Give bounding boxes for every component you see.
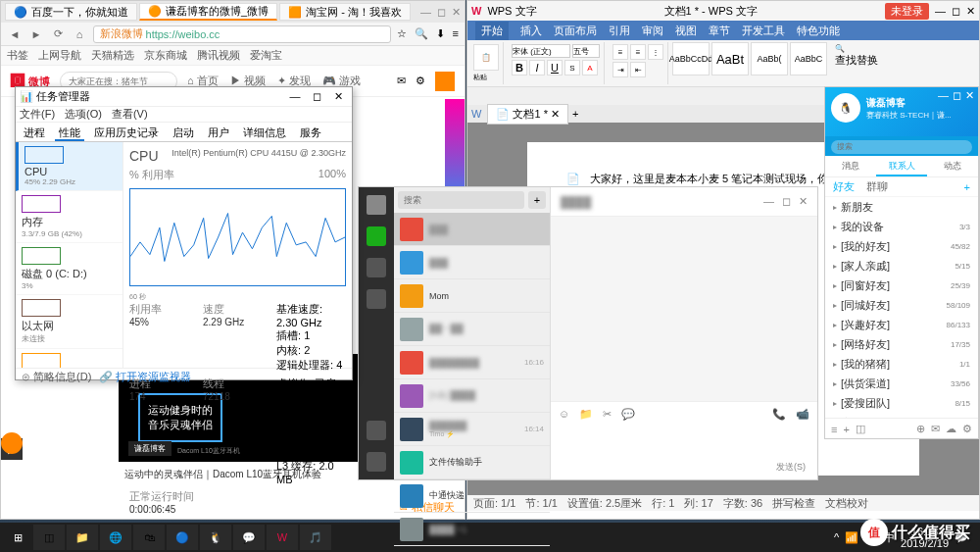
wechat-contact[interactable]: 中通快递 — [394, 479, 550, 513]
ribbon-tab-start[interactable]: 开始 — [475, 22, 509, 40]
qq-group-item[interactable]: [家人亲戚]5/15 — [825, 256, 978, 276]
qq-group-item[interactable]: [同窗好友]25/39 — [825, 276, 978, 295]
taskbar-store[interactable]: 🛍 — [133, 525, 165, 550]
video-icon[interactable]: 📹 — [796, 408, 809, 421]
history-icon[interactable]: 💬 — [621, 408, 635, 421]
ribbon-tab-section[interactable]: 章节 — [709, 24, 730, 38]
paste-button[interactable]: 📋 — [473, 44, 499, 71]
browser-tab-baidu[interactable]: 🔵百度一下，你就知道 — [5, 3, 137, 21]
reload-icon[interactable]: ⟳ — [50, 26, 66, 42]
qq-max-icon[interactable]: ◻ — [953, 89, 961, 102]
wps-max-icon[interactable]: ◻ — [952, 5, 960, 18]
wechat-contact[interactable]: ████ +1 — [394, 513, 550, 546]
qq-settings-icon[interactable]: ⚙ — [962, 423, 972, 435]
tm-sidebar-0cd[interactable]: 磁盘 0 (C: D:)3% — [16, 243, 122, 295]
ribbon-tab-view[interactable]: 视图 — [675, 24, 697, 38]
tray-network-icon[interactable]: 📶 — [845, 531, 858, 544]
tab-services[interactable]: 服务 — [296, 123, 325, 141]
tab-history[interactable]: 应用历史记录 — [90, 123, 163, 141]
send-button[interactable]: 发送(S) — [551, 455, 817, 479]
browser-tab-weibo[interactable]: 🟠谦磊博客的微博_微博 — [139, 3, 277, 21]
qq-search-input[interactable] — [831, 140, 972, 154]
tab-processes[interactable]: 进程 — [20, 123, 49, 141]
qq-close-icon[interactable]: ✕ — [965, 89, 974, 102]
chat-close-icon[interactable]: ✕ — [799, 195, 808, 208]
ribbon-tab-review[interactable]: 审阅 — [642, 24, 663, 38]
browser-max-icon[interactable]: ◻ — [437, 6, 446, 19]
align-left-button[interactable]: ≡ — [612, 44, 628, 60]
tab-users[interactable]: 用户 — [204, 123, 233, 141]
wechat-contact[interactable]: [3条] ████ — [394, 379, 550, 413]
wechat-contact[interactable]: ██████Timo ⚡16:14 — [394, 413, 550, 446]
wechat-search-input[interactable] — [398, 191, 524, 209]
wechat-contact[interactable]: ███ — [394, 213, 550, 246]
qq-group-item[interactable]: [同城好友]58/109 — [825, 295, 978, 315]
taskbar-wps[interactable]: W — [267, 525, 298, 550]
qq-tab-feeds[interactable]: 动态 — [927, 156, 978, 176]
color-button[interactable]: A — [582, 60, 598, 75]
phone-icon[interactable] — [367, 421, 386, 440]
back-icon[interactable]: ◄ — [7, 26, 23, 42]
doc-tab[interactable]: 📄 文档1 * ✕ — [487, 104, 568, 125]
ribbon-tab-layout[interactable]: 页面布局 — [554, 24, 597, 38]
tray-up-icon[interactable]: ^ — [834, 531, 839, 543]
ribbon-tab-insert[interactable]: 插入 — [520, 24, 542, 38]
wechat-contact[interactable]: ███ — [394, 246, 550, 279]
file-icon[interactable]: 📁 — [579, 408, 593, 421]
qq-tab-contacts[interactable]: 联系人 — [876, 156, 927, 176]
maximize-icon[interactable]: ◻ — [307, 90, 326, 103]
chat-max-icon[interactable]: ◻ — [782, 195, 791, 208]
weibo-float-button[interactable] — [1, 432, 23, 454]
qq-group-item[interactable]: [兴趣好友]86/133 — [825, 315, 978, 334]
align-center-button[interactable]: ≡ — [630, 44, 646, 60]
qq-mail-icon[interactable]: ✉ — [931, 423, 940, 435]
emoji-icon[interactable]: ☺ — [559, 408, 569, 420]
bookmark-item[interactable]: 书签 — [7, 48, 28, 63]
wps-titlebar[interactable]: WWPS 文字 文档1 * - WPS 文字 未登录 — ◻ ✕ — [467, 1, 979, 21]
taskbar-wechat[interactable]: 💬 — [233, 525, 265, 550]
taskmgr-titlebar[interactable]: 📊 任务管理器 — ◻ ✕ — [16, 87, 352, 107]
qq-avatar[interactable]: 🐧 — [831, 93, 860, 123]
tab-performance[interactable]: 性能 — [55, 123, 84, 141]
gear-icon[interactable]: ⚙ — [416, 75, 425, 87]
bookmark-item[interactable]: 爱淘宝 — [250, 48, 282, 63]
bookmark-item[interactable]: 京东商城 — [144, 48, 187, 63]
list-button[interactable]: ⋮ — [648, 44, 663, 60]
qq-group-item[interactable]: 我的设备3/3 — [825, 217, 978, 236]
add-chat-button[interactable]: + — [528, 191, 546, 209]
browser-min-icon[interactable]: — — [420, 6, 431, 19]
minimize-icon[interactable]: — — [285, 90, 305, 103]
subtab-friends[interactable]: 好友 — [833, 179, 855, 194]
bookmark-item[interactable]: 腾讯视频 — [197, 48, 240, 63]
bookmark-item[interactable]: 上网导航 — [38, 48, 81, 63]
settings-icon[interactable] — [367, 452, 386, 472]
wps-close-icon[interactable]: ✕ — [966, 5, 975, 18]
size-select[interactable] — [572, 44, 600, 58]
compose-button[interactable] — [435, 72, 455, 91]
qq-group-item[interactable]: [供货渠道]33/56 — [825, 374, 978, 393]
qq-group-item[interactable]: [网络好友]17/35 — [825, 334, 978, 354]
wechat-contact[interactable]: Mom — [394, 279, 550, 313]
start-button[interactable]: ⊞ — [4, 525, 31, 550]
call-icon[interactable]: 📞 — [772, 408, 786, 421]
tab-startup[interactable]: 启动 — [169, 123, 198, 141]
qq-qzone-icon[interactable]: ⊕ — [916, 423, 925, 435]
taskbar-edge[interactable]: 🌐 — [100, 525, 131, 550]
wps-min-icon[interactable]: — — [935, 5, 946, 17]
forward-icon[interactable]: ► — [28, 26, 44, 42]
chat-messages[interactable] — [551, 217, 817, 401]
qq-tab-messages[interactable]: 消息 — [825, 156, 876, 176]
menu-file[interactable]: 文件(F) — [20, 107, 55, 122]
taskview-button[interactable]: ◫ — [33, 525, 65, 550]
wechat-avatar[interactable] — [367, 195, 386, 215]
new-tab-button[interactable]: + — [572, 108, 578, 120]
qq-group-item[interactable]: [我的猪猪]1/1 — [825, 354, 978, 374]
menu-icon[interactable]: ≡ — [453, 27, 459, 40]
qq-group-item[interactable]: [爱搜团队]8/15 — [825, 393, 978, 413]
qq-add-icon[interactable]: + — [843, 424, 849, 435]
taskbar-qq[interactable]: 🐧 — [200, 525, 231, 550]
ribbon-tab-extra[interactable]: 特色功能 — [797, 24, 840, 38]
resource-monitor-link[interactable]: 🔗 打开资源监视器 — [99, 370, 191, 384]
find-button[interactable]: 🔍查找替换 — [835, 44, 878, 68]
subtab-groups[interactable]: 群聊 — [866, 179, 888, 194]
